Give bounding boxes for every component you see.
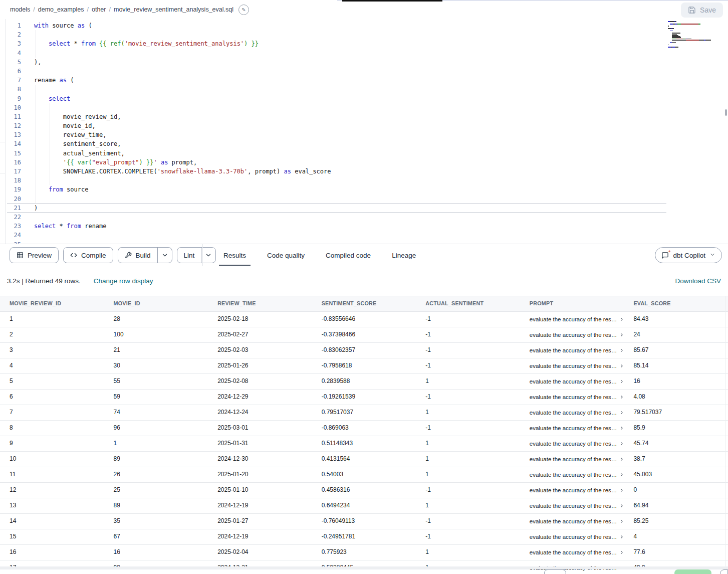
prompt-expand-chevron-icon[interactable]: [619, 363, 624, 368]
code-line[interactable]: 9 select: [0, 94, 728, 103]
bottom-partial-green-pill[interactable]: [674, 569, 711, 574]
column-header-eval-score[interactable]: EVAL_SCORE: [624, 296, 728, 311]
table-row[interactable]: 912025-01-310.511483431evaluate the accu…: [0, 436, 728, 452]
prompt-expand-chevron-icon[interactable]: [619, 317, 624, 322]
line-number: 2: [0, 30, 21, 39]
code-lines[interactable]: 1with source as (23 select * from {{ ref…: [0, 21, 728, 244]
column-header-actual-sentiment[interactable]: ACTUAL_SENTIMENT: [416, 296, 520, 311]
prompt-expand-chevron-icon[interactable]: [619, 395, 624, 400]
table-cell: 2024-12-30: [208, 452, 312, 467]
prompt-expand-chevron-icon[interactable]: [619, 550, 624, 555]
copilot-edit-icon[interactable]: ✎: [238, 5, 249, 15]
code-line[interactable]: 16 '{{ var("eval_prompt") }}' as prompt,: [0, 158, 728, 167]
tab-lineage[interactable]: Lineage: [387, 244, 420, 266]
table-row[interactable]: 3212025-02-03-0.83062357-1evaluate the a…: [0, 343, 728, 358]
prompt-expand-chevron-icon[interactable]: [619, 441, 624, 446]
table-cell: 89: [104, 498, 208, 513]
code-line[interactable]: 2: [0, 30, 728, 39]
table-row[interactable]: 5552025-02-080.28395881evaluate the accu…: [0, 374, 728, 390]
table-row[interactable]: 21002025-02-27-0.37398466-1evaluate the …: [0, 327, 728, 343]
preview-button[interactable]: Preview: [10, 247, 59, 263]
tab-results[interactable]: Results: [219, 244, 251, 266]
editor-minimap[interactable]: [668, 21, 724, 52]
column-header-review-time[interactable]: REVIEW_TIME: [208, 296, 312, 311]
table-row[interactable]: 16162025-02-040.7759231evaluate the accu…: [0, 545, 728, 560]
change-row-display-link[interactable]: Change row display: [94, 277, 153, 285]
code-line[interactable]: 6: [0, 67, 728, 76]
table-cell: -0.37398466: [312, 327, 416, 342]
breadcrumb-separator: /: [87, 6, 89, 13]
code-line[interactable]: 20: [0, 195, 728, 204]
code-line[interactable]: 19 from source: [0, 185, 728, 194]
column-header-sentiment-score[interactable]: SENTIMENT_SCORE: [312, 296, 416, 311]
column-header-prompt[interactable]: PROMPT: [520, 296, 624, 311]
code-line[interactable]: 5),: [0, 58, 728, 67]
bottom-partial-button[interactable]: [544, 569, 566, 574]
code-line[interactable]: 21): [0, 204, 728, 213]
table-cell: 14: [0, 514, 104, 529]
code-line[interactable]: 25: [0, 240, 728, 244]
table-row[interactable]: 14352025-01-27-0.76049113-1evaluate the …: [0, 514, 728, 529]
table-cell: 11: [0, 467, 104, 482]
editor-scrollbar-thumb[interactable]: [725, 109, 727, 116]
code-editor[interactable]: 1with source as (23 select * from {{ ref…: [0, 19, 728, 244]
table-row[interactable]: 15672024-12-19-0.24951781-1evaluate the …: [0, 529, 728, 545]
code-line[interactable]: 12 movie_id,: [0, 121, 728, 130]
table-cell: -0.76049113: [312, 514, 416, 529]
prompt-expand-chevron-icon[interactable]: [619, 348, 624, 353]
code-line[interactable]: 13 review_time,: [0, 130, 728, 139]
code-line[interactable]: 18: [0, 176, 728, 185]
prompt-expand-chevron-icon[interactable]: [619, 426, 624, 431]
table-row[interactable]: 13892024-12-190.64942341evaluate the acc…: [0, 498, 728, 514]
table-row[interactable]: 11262025-01-200.540031evaluate the accur…: [0, 467, 728, 483]
prompt-expand-chevron-icon[interactable]: [619, 488, 624, 493]
table-cell: -0.83062357: [312, 343, 416, 358]
code-line[interactable]: 7rename as (: [0, 76, 728, 85]
code-line[interactable]: 1with source as (: [0, 21, 728, 30]
code-line[interactable]: 11 movie_review_id,: [0, 112, 728, 121]
prompt-expand-chevron-icon[interactable]: [619, 332, 624, 337]
breadcrumb-item-models[interactable]: models: [10, 6, 30, 13]
compile-button[interactable]: Compile: [63, 247, 113, 263]
prompt-expand-chevron-icon[interactable]: [619, 410, 624, 415]
code-line[interactable]: 23select * from rename: [0, 222, 728, 231]
column-header-movie-review-id[interactable]: MOVIE_REVIEW_ID: [0, 296, 104, 311]
editor-action-buttons: Preview Compile Build L: [0, 247, 197, 263]
prompt-expand-chevron-icon[interactable]: [619, 472, 624, 477]
breadcrumb-item-demo-examples[interactable]: demo_examples: [38, 6, 84, 13]
build-dropdown-button[interactable]: [157, 248, 172, 263]
prompt-expand-chevron-icon[interactable]: [619, 519, 624, 524]
save-button[interactable]: Save: [681, 3, 723, 18]
code-line[interactable]: 8: [0, 85, 728, 94]
table-row[interactable]: 4302025-01-26-0.7958618-1evaluate the ac…: [0, 358, 728, 374]
download-csv-link[interactable]: Download CSV: [675, 277, 721, 285]
code-line[interactable]: 4: [0, 49, 728, 58]
code-line[interactable]: 14 sentiment_score,: [0, 139, 728, 148]
column-header-movie-id[interactable]: MOVIE_ID: [104, 296, 208, 311]
line-number: 19: [0, 185, 21, 194]
table-row[interactable]: 6592024-12-29-0.19261539-1evaluate the a…: [0, 390, 728, 405]
table-row[interactable]: 12252025-01-100.4586316-1evaluate the ac…: [0, 483, 728, 498]
line-number: 21: [0, 204, 21, 213]
bottom-partial-button[interactable]: [720, 569, 728, 574]
table-row[interactable]: 7742024-12-240.795170371evaluate the acc…: [0, 405, 728, 421]
prompt-expand-chevron-icon[interactable]: [619, 503, 624, 508]
table-row[interactable]: 8962025-03-01-0.869063-1evaluate the acc…: [0, 421, 728, 436]
dbt-copilot-button[interactable]: ✦ dbt Copilot: [655, 247, 722, 263]
code-line[interactable]: 24: [0, 231, 728, 240]
breadcrumb-item-other[interactable]: other: [92, 6, 106, 13]
code-line[interactable]: 22: [0, 213, 728, 222]
prompt-expand-chevron-icon[interactable]: [619, 534, 624, 539]
code-line[interactable]: 3 select * from {{ ref('movie_review_sen…: [0, 39, 728, 48]
table-row[interactable]: 10892024-12-300.41315641evaluate the acc…: [0, 452, 728, 467]
tab-compiled-code[interactable]: Compiled code: [321, 244, 375, 266]
prompt-cell: evaluate the accuracy of the res…: [520, 483, 624, 498]
code-line[interactable]: 10: [0, 103, 728, 112]
build-button[interactable]: Build: [118, 247, 172, 263]
tab-code-quality[interactable]: Code quality: [263, 244, 309, 266]
prompt-expand-chevron-icon[interactable]: [619, 457, 624, 462]
prompt-expand-chevron-icon[interactable]: [619, 379, 624, 384]
code-line[interactable]: 15 actual_sentiment,: [0, 149, 728, 158]
table-row[interactable]: 1282025-02-18-0.83556646-1evaluate the a…: [0, 312, 728, 327]
code-line[interactable]: 17 SNOWFLAKE.CORTEX.COMPLETE('snowflake-…: [0, 167, 728, 176]
